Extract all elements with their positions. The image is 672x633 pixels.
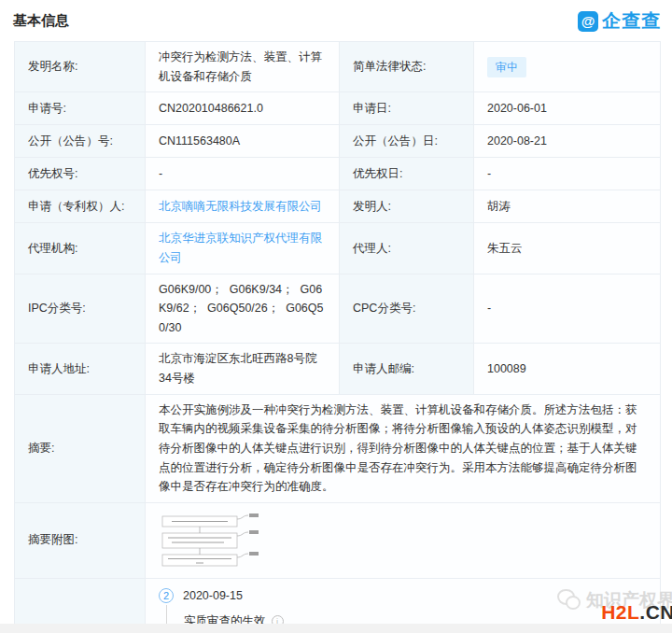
field-value-priority-date: -	[474, 158, 661, 190]
field-label-ipc: IPC分类号:	[15, 274, 146, 344]
applicant-link[interactable]: 北京嘀嘀无限科技发展有限公司	[159, 200, 322, 213]
bottom-divider	[0, 624, 672, 633]
watermark-brand-red: H2L	[601, 601, 639, 623]
abstract-flowchart-thumbnail	[159, 512, 263, 570]
table-row: 代理机构: 北京华进京联知识产权代理有限公司 代理人: 朱五云	[15, 223, 661, 274]
table-row: 申请人地址: 北京市海淀区东北旺西路8号院34号楼 申请人邮编: 100089	[15, 344, 661, 394]
field-value-legal-state: 审中	[474, 42, 661, 92]
field-value-application-number: CN202010486621.0	[146, 92, 340, 125]
field-label-abstract-figure: 摘要附图:	[15, 502, 146, 578]
field-value-agency: 北京华进京联知识产权代理有限公司	[146, 223, 340, 274]
field-label-abstract: 摘要:	[15, 394, 146, 502]
table-row: 优先权号: - 优先权日: -	[15, 158, 661, 190]
table-row: IPC分类号: G06K9/00； G06K9/34； G06K9/62； G0…	[15, 274, 661, 344]
field-label-application-date: 申请日:	[340, 92, 474, 125]
field-label-cpc: CPC分类号:	[340, 274, 474, 344]
qichacha-logo-text: 企查查	[602, 8, 661, 34]
field-value-agent: 朱五云	[474, 223, 661, 274]
field-value-application-date: 2020-06-01	[474, 92, 661, 125]
table-row: 摘要: 本公开实施例涉及一种冲突行为检测方法、装置、计算机设备和存储介质。所述方…	[15, 394, 661, 502]
chat-bubbles-icon	[557, 589, 581, 612]
field-value-applicant: 北京嘀嘀无限科技发展有限公司	[146, 190, 340, 223]
table-row: 发明名称: 冲突行为检测方法、装置、计算机设备和存储介质 简单法律状态: 审中	[15, 42, 661, 92]
field-label-zipcode: 申请人邮编:	[340, 344, 474, 394]
page-title: 基本信息	[13, 12, 69, 30]
watermark-brand-suffix: .CN	[639, 601, 672, 623]
field-label-application-number: 申请号:	[15, 92, 146, 125]
field-label-address: 申请人地址:	[15, 344, 146, 394]
timeline-date: 2020-09-15	[183, 586, 243, 606]
watermark: 知识产权界 H2L.CN	[557, 588, 672, 624]
status-badge: 审中	[487, 57, 526, 77]
field-label-applicant: 申请（专利权）人:	[15, 190, 146, 223]
table-row: 公开（公告）号: CN111563480A 公开（公告）日: 2020-08-2…	[15, 125, 661, 158]
table-row: 摘要附图:	[15, 502, 661, 578]
field-value-address: 北京市海淀区东北旺西路8号院34号楼	[146, 344, 340, 394]
table-row: 申请号: CN202010486621.0 申请日: 2020-06-01	[15, 92, 661, 125]
field-label-publication-date: 公开（公告）日:	[340, 125, 474, 158]
qichacha-logo-icon	[578, 11, 598, 32]
field-label-invention-name: 发明名称:	[15, 42, 146, 92]
field-value-invention-name: 冲突行为检测方法、装置、计算机设备和存储介质	[146, 42, 340, 92]
field-value-zipcode: 100089	[474, 344, 661, 394]
field-label-agency: 代理机构:	[15, 223, 146, 274]
field-value-abstract: 本公开实施例涉及一种冲突行为检测方法、装置、计算机设备和存储介质。所述方法包括：…	[146, 394, 661, 502]
field-label-inventor: 发明人:	[340, 190, 474, 223]
field-label-priority-number: 优先权号:	[15, 158, 146, 190]
field-value-publication-number: CN111563480A	[146, 125, 340, 158]
field-label-publication-number: 公开（公告）号:	[15, 125, 146, 158]
field-value-publication-date: 2020-08-21	[474, 125, 661, 158]
field-label-priority-date: 优先权日:	[340, 158, 474, 190]
field-value-ipc: G06K9/00； G06K9/34； G06K9/62； G06Q50/26；…	[146, 274, 340, 344]
field-value-inventor: 胡涛	[474, 190, 661, 223]
agency-link[interactable]: 北京华进京联知识产权代理有限公司	[159, 232, 322, 264]
field-value-cpc: -	[474, 274, 661, 344]
field-value-priority-number: -	[146, 158, 340, 190]
table-row: 申请（专利权）人: 北京嘀嘀无限科技发展有限公司 发明人: 胡涛	[15, 190, 661, 223]
timeline-step-number: 2	[159, 588, 174, 603]
patent-info-table: 发明名称: 冲突行为检测方法、装置、计算机设备和存储介质 简单法律状态: 审中 …	[14, 41, 661, 633]
qichacha-logo: 企查查	[578, 8, 661, 34]
field-label-legal-state: 简单法律状态:	[340, 42, 474, 92]
field-value-abstract-figure	[146, 502, 661, 578]
field-label-agent: 代理人:	[340, 223, 474, 274]
